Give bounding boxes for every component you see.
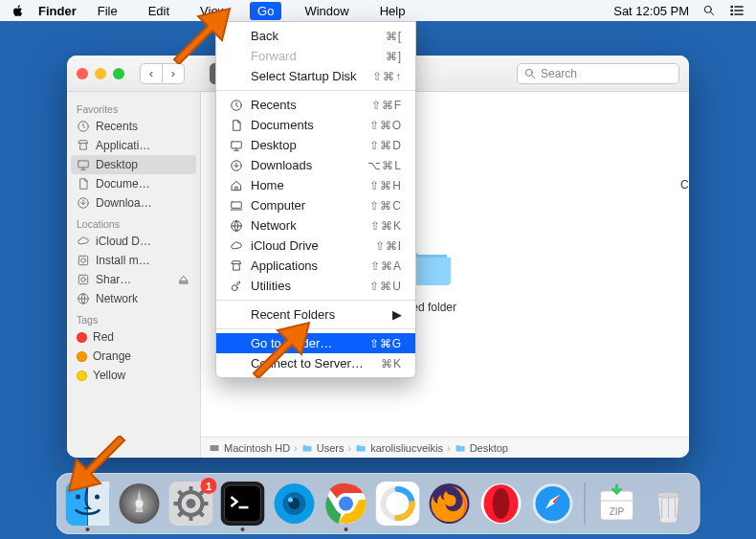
path-bar: Macintosh HD›Users›karolisliucveikis›Des… xyxy=(201,437,689,458)
dock-app-firefox[interactable] xyxy=(428,482,472,526)
svg-rect-9 xyxy=(232,141,242,147)
dock-app-finder[interactable] xyxy=(66,482,110,526)
svg-rect-3 xyxy=(734,6,743,7)
dock-app-terminal[interactable] xyxy=(221,482,265,526)
svg-point-0 xyxy=(704,6,711,12)
dock-app-safari[interactable] xyxy=(531,482,575,526)
file-item[interactable]: Combo Cleaner xyxy=(668,111,689,205)
menu-file[interactable]: File xyxy=(90,2,125,20)
back-button[interactable]: ‹ xyxy=(140,63,163,84)
sidebar-item-network[interactable]: Network xyxy=(67,289,200,308)
forward-button[interactable]: › xyxy=(162,63,185,84)
svg-point-6 xyxy=(730,13,733,16)
search-placeholder: Search xyxy=(541,67,577,80)
sidebar-item-downloa-[interactable]: Downloa… xyxy=(67,193,200,213)
svg-rect-39 xyxy=(78,256,87,264)
path-crumb[interactable]: Desktop xyxy=(455,442,508,454)
svg-point-2 xyxy=(730,6,733,9)
menu-help[interactable]: Help xyxy=(372,2,413,20)
go-menu-connect-to-server-[interactable]: Connect to Server…⌘K xyxy=(216,353,415,373)
sidebar-item-red[interactable]: Red xyxy=(67,327,200,347)
dock-trash[interactable] xyxy=(647,482,691,526)
path-crumb[interactable]: karolisliucveikis xyxy=(355,442,443,454)
close-window-button[interactable] xyxy=(77,68,88,79)
go-menu-forward: Forward⌘] xyxy=(216,46,415,66)
file-thumb xyxy=(541,111,602,172)
svg-rect-37 xyxy=(78,161,89,168)
svg-text:ZIP: ZIP xyxy=(610,506,625,517)
path-crumb[interactable]: Macintosh HD xyxy=(209,442,290,454)
go-menu-network[interactable]: Network⇧⌘K xyxy=(216,215,415,236)
go-menu-back[interactable]: Back⌘[ xyxy=(216,26,415,46)
apple-menu-icon[interactable] xyxy=(11,4,25,17)
dock-app-system-preferences[interactable]: 1 xyxy=(169,482,213,526)
svg-point-81 xyxy=(657,492,680,498)
tag-dot xyxy=(77,351,87,362)
file-name: Combo Cleaner xyxy=(680,178,689,191)
sidebar-item-orange[interactable]: Orange xyxy=(67,347,200,366)
menu-edit[interactable]: Edit xyxy=(141,2,177,20)
sidebar-item-applicati-[interactable]: Applicati… xyxy=(67,136,200,155)
menu-window[interactable]: Window xyxy=(297,2,356,20)
tag-dot xyxy=(77,371,87,381)
dock-divider xyxy=(585,483,586,525)
sidebar-item-recents[interactable]: Recents xyxy=(67,117,200,136)
svg-point-40 xyxy=(81,258,86,263)
svg-rect-5 xyxy=(734,10,743,11)
sidebar: FavoritesRecentsApplicati…DesktopDocume…… xyxy=(67,92,201,458)
badge: 1 xyxy=(201,478,217,494)
dock-app-combo-cleaner[interactable] xyxy=(376,482,420,526)
svg-point-34 xyxy=(525,69,532,76)
svg-rect-61 xyxy=(225,485,261,522)
svg-point-42 xyxy=(81,278,86,282)
sidebar-item-desktop[interactable]: Desktop xyxy=(71,155,196,174)
svg-point-74 xyxy=(493,488,510,519)
svg-rect-43 xyxy=(180,282,188,283)
svg-rect-11 xyxy=(232,201,242,207)
path-crumb[interactable]: Users xyxy=(301,442,345,454)
dock: 1ZIP xyxy=(56,473,700,534)
dock-app-opera[interactable] xyxy=(479,482,523,526)
svg-line-35 xyxy=(532,75,535,78)
go-menu-downloads[interactable]: Downloads⌥⌘L xyxy=(216,155,415,175)
dock-app-webcam[interactable] xyxy=(273,482,317,526)
sidebar-item-docume-[interactable]: Docume… xyxy=(67,174,200,193)
svg-rect-51 xyxy=(211,445,219,451)
maximize-window-button[interactable] xyxy=(113,68,124,79)
go-menu-recent-folders[interactable]: Recent Folders▶ xyxy=(216,304,415,325)
svg-point-13 xyxy=(232,284,237,290)
svg-point-59 xyxy=(187,499,196,508)
go-menu-computer[interactable]: Computer⇧⌘C xyxy=(216,195,415,215)
go-menu-applications[interactable]: Applications⇧⌘A xyxy=(216,256,415,276)
sidebar-item-icloud-d-[interactable]: iCloud D… xyxy=(67,232,200,251)
active-app-name[interactable]: Finder xyxy=(38,4,77,18)
sidebar-item-install-m-[interactable]: Install m… xyxy=(67,251,200,270)
go-menu-documents[interactable]: Documents⇧⌘O xyxy=(216,115,415,135)
spotlight-icon[interactable] xyxy=(702,4,716,17)
go-menu-dropdown: Back⌘[Forward⌘]Select Startup Disk⇧⌘↑Rec… xyxy=(215,21,416,378)
dock-app-launchpad[interactable] xyxy=(118,482,162,526)
svg-point-54 xyxy=(95,495,100,500)
dock-downloads[interactable]: ZIP xyxy=(595,482,639,526)
menubar-clock[interactable]: Sat 12:05 PM xyxy=(613,4,689,18)
go-menu-home[interactable]: Home⇧⌘H xyxy=(216,175,415,195)
menu-view[interactable]: View xyxy=(192,2,234,20)
sidebar-section-tags: Tags xyxy=(67,308,200,327)
dock-app-google-chrome[interactable] xyxy=(324,482,368,526)
control-center-icon[interactable] xyxy=(729,4,745,17)
eject-icon[interactable] xyxy=(177,273,190,286)
sidebar-item-yellow[interactable]: Yellow xyxy=(67,366,200,385)
go-menu-select-startup-disk[interactable]: Select Startup Disk⇧⌘↑ xyxy=(216,66,415,86)
svg-line-1 xyxy=(711,12,714,15)
menu-go[interactable]: Go xyxy=(250,2,281,20)
minimize-window-button[interactable] xyxy=(95,68,106,79)
go-menu-utilities[interactable]: Utilities⇧⌘U xyxy=(216,276,415,296)
search-field[interactable]: Search xyxy=(517,63,679,84)
go-menu-icloud-drive[interactable]: iCloud Drive⇧⌘I xyxy=(216,236,415,256)
sidebar-item-shar-[interactable]: Shar… xyxy=(67,270,200,289)
go-menu-go-to-folder-[interactable]: Go to Folder…⇧⌘G xyxy=(216,333,415,353)
go-menu-desktop[interactable]: Desktop⇧⌘D xyxy=(216,135,415,155)
svg-rect-41 xyxy=(78,275,87,283)
svg-point-4 xyxy=(730,10,733,12)
go-menu-recents[interactable]: Recents⇧⌘F xyxy=(216,95,415,115)
